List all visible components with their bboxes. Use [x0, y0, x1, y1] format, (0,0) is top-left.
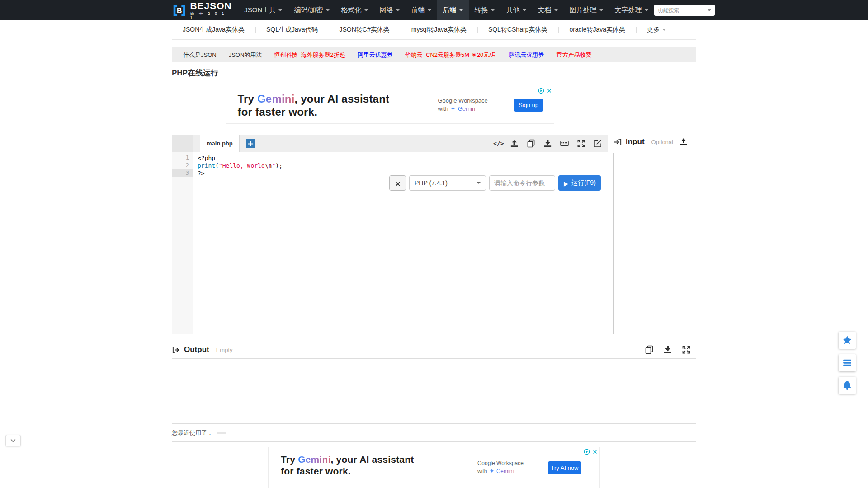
input-panel-title: Input: [626, 137, 645, 146]
bejson-logo[interactable]: B BEJSON 始 于 2 0 1 1: [172, 1, 232, 20]
line-number: 3: [172, 169, 193, 177]
code-line[interactable]: print("Hello, World\n");: [198, 162, 608, 169]
linksbar-link-2[interactable]: 恒创科技_海外服务器2折起: [274, 51, 345, 59]
tool-subnav: JSON生成Java实体类SQL生成Java代码JSON转C#实体类mysql转…: [0, 20, 868, 40]
collapse-button[interactable]: [5, 435, 21, 446]
tab-main-php[interactable]: main.php: [200, 135, 240, 152]
star-icon: [842, 335, 852, 345]
menu-float-button[interactable]: [839, 354, 856, 371]
gemini-brand-text: Gemini: [458, 105, 476, 112]
adchoices-icon[interactable]: [584, 449, 590, 455]
linksbar-link-4[interactable]: 华纳云_CN2云服务器5M ￥20元/月: [405, 51, 497, 59]
copy-icon[interactable]: [527, 139, 535, 148]
download-icon[interactable]: [543, 139, 552, 148]
subnav-item-4[interactable]: SQL转CSharp实体类: [477, 26, 558, 34]
logo-tagline: 始 于 2 0 1 1: [190, 12, 232, 20]
top-navbar: B BEJSON 始 于 2 0 1 1 JSON工具编码/加密格式化网络前端后…: [0, 0, 868, 20]
topnav-item-label: 文字处理: [615, 6, 642, 14]
fullscreen-icon[interactable]: [577, 139, 585, 148]
ad-close-icon[interactable]: [592, 449, 598, 455]
input-panel-header: Input Optional: [613, 135, 696, 149]
ad-headline: Try Gemini, your AI assistant for faster…: [281, 454, 414, 477]
topnav-item-label: 前端: [411, 6, 425, 14]
caret-down-icon: [459, 9, 463, 11]
topnav-item-6[interactable]: 转换: [469, 0, 500, 20]
chevron-down-icon: [708, 9, 711, 11]
bejson-logo-icon: B: [172, 3, 187, 18]
ad-banner-bottom[interactable]: Try Gemini, your AI assistant for faster…: [268, 447, 600, 488]
adchoices-icon[interactable]: [538, 88, 544, 94]
run-button[interactable]: 运行(F9): [558, 175, 601, 191]
copy-icon[interactable]: [645, 345, 654, 354]
clear-code-button[interactable]: [389, 175, 406, 191]
close-icon: [395, 180, 401, 186]
star-float-button[interactable]: [839, 332, 856, 349]
topnav-item-2[interactable]: 格式化: [335, 0, 374, 20]
code-icon[interactable]: </>: [493, 139, 502, 148]
edit-icon[interactable]: [594, 139, 602, 148]
gemini-brand-text: Gemini: [496, 468, 514, 474]
run-controls: PHP (7.4.1) 运行(F9): [389, 175, 601, 191]
search-box[interactable]: [654, 5, 715, 16]
topnav-item-1[interactable]: 编码/加密: [288, 0, 335, 20]
topnav-item-label: 图片处理: [570, 6, 597, 14]
text-cursor: [209, 170, 209, 176]
fullscreen-icon[interactable]: [682, 345, 691, 354]
subnav-item-2[interactable]: JSON转C#实体类: [329, 26, 401, 34]
ad-close-icon[interactable]: [546, 88, 552, 94]
editor-tabbar: main.php </>: [172, 135, 608, 152]
caret-down-icon: [428, 9, 431, 11]
output-actions: [645, 345, 696, 354]
topnav-item-10[interactable]: 文字处理: [609, 0, 654, 20]
output-console[interactable]: [172, 358, 696, 424]
keyboard-icon[interactable]: [560, 139, 569, 148]
ad-signup-button[interactable]: Sign up: [514, 99, 543, 112]
page-title: PHP在线运行: [172, 68, 696, 77]
code-line[interactable]: <?php: [198, 154, 608, 162]
add-tab-button[interactable]: [246, 139, 255, 148]
topnav-item-8[interactable]: 文档: [532, 0, 564, 20]
caret-down-icon: [645, 9, 648, 11]
topnav-item-7[interactable]: 其他: [500, 0, 532, 20]
cli-args-input[interactable]: [489, 175, 555, 191]
menu-icon: [842, 358, 852, 368]
download-icon[interactable]: [663, 345, 672, 354]
linksbar-link-0[interactable]: 什么是JSON: [183, 51, 217, 59]
editor-toolbar: </>: [493, 139, 602, 148]
search-input[interactable]: [658, 7, 708, 14]
chevron-down-icon: [9, 437, 17, 444]
caret-down-icon: [278, 9, 282, 11]
upload-icon[interactable]: [510, 139, 519, 148]
topnav-item-label: 其他: [506, 6, 520, 14]
caret-down-icon: [491, 9, 495, 11]
caret-down-icon: [662, 29, 666, 31]
ad-banner-top[interactable]: Try Gemini, your AI assistant for faster…: [226, 86, 554, 124]
gemini-brand-text: Gemini: [257, 93, 295, 105]
php-version-select[interactable]: PHP (7.4.1): [409, 175, 486, 191]
subnav-item-1[interactable]: SQL生成Java代码: [255, 26, 329, 34]
ad-try-button[interactable]: Try AI now: [548, 461, 581, 474]
svg-text:B: B: [177, 7, 182, 14]
promo-links-bar: 什么是JSONJSON的用法恒创科技_海外服务器2折起阿里云优惠券华纳云_CN2…: [172, 47, 696, 62]
sign-out-icon: [172, 346, 180, 354]
linksbar-link-1[interactable]: JSON的用法: [229, 51, 262, 59]
topnav-item-3[interactable]: 网络: [374, 0, 406, 20]
upload-icon[interactable]: [679, 138, 688, 146]
topnav-item-9[interactable]: 图片处理: [564, 0, 609, 20]
subnav-item-0[interactable]: JSON生成Java实体类: [172, 26, 255, 34]
text-cursor: [618, 156, 618, 163]
subnav-item-3[interactable]: mysql转Java实体类: [401, 26, 477, 34]
topnav-item-0[interactable]: JSON工具: [238, 0, 288, 20]
php-online-runner-page: { "topnav": { "logo_text": "BEJSON", "lo…: [0, 0, 868, 488]
linksbar-link-5[interactable]: 腾讯云优惠券: [509, 51, 544, 59]
stdin-textarea[interactable]: [613, 153, 696, 334]
topnav-item-4[interactable]: 前端: [406, 0, 437, 20]
output-panel-title: Output: [184, 345, 209, 354]
subnav-item-5[interactable]: oracle转Java实体类: [558, 26, 636, 34]
code-area[interactable]: 123 <?phpprint("Hello, World\n");?> PHP …: [172, 152, 608, 334]
linksbar-link-6[interactable]: 官方产品收费: [557, 51, 592, 59]
subnav-more-button[interactable]: 更多: [636, 26, 677, 34]
linksbar-link-3[interactable]: 阿里云优惠券: [358, 51, 393, 59]
topnav-item-5[interactable]: 后端: [437, 0, 469, 20]
bell-float-button[interactable]: [839, 377, 856, 394]
